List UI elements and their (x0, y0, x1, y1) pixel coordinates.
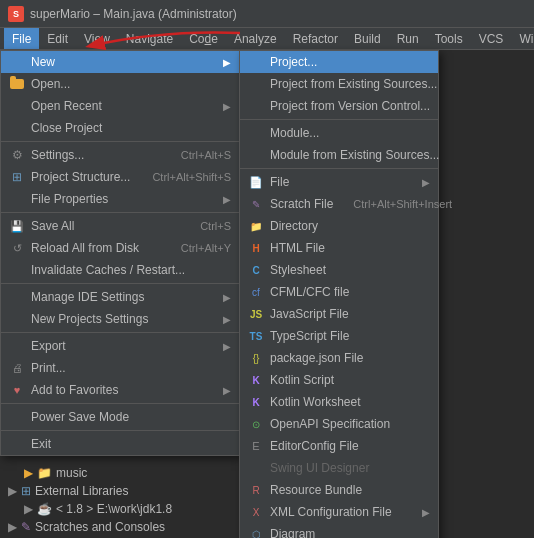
folder-icon (9, 76, 25, 92)
xml-icon: X (248, 504, 264, 520)
file-menu-reload[interactable]: ↺ Reload All from Disk Ctrl+Alt+Y (1, 237, 239, 259)
new-arrow: ▶ (223, 57, 231, 68)
file-submenu-arrow: ▶ (422, 177, 430, 188)
css-icon: C (248, 262, 264, 278)
menu-build[interactable]: Build (346, 28, 389, 49)
kt-worksheet-icon: K (248, 394, 264, 410)
file-menu-open[interactable]: Open... (1, 73, 239, 95)
external-libs-icon: ▶ (8, 484, 17, 498)
new-kotlin-script[interactable]: K Kotlin Script (240, 369, 438, 391)
scratch-icon: ✎ (248, 196, 264, 212)
scratches-icon: ▶ (8, 520, 17, 534)
new-directory[interactable]: 📁 Directory (240, 215, 438, 237)
divider-2 (1, 212, 239, 213)
menu-code[interactable]: Code (181, 28, 226, 49)
new-swing: Swing UI Designer (240, 457, 438, 479)
file-menu-new-projects[interactable]: New Projects Settings ▶ (1, 308, 239, 330)
rb-icon: R (248, 482, 264, 498)
new-editorconfig[interactable]: E EditorConfig File (240, 435, 438, 457)
file-menu-open-recent[interactable]: Open Recent ▶ (1, 95, 239, 117)
file-menu-file-properties[interactable]: File Properties ▶ (1, 188, 239, 210)
file-menu-save-all[interactable]: 💾 Save All Ctrl+S (1, 215, 239, 237)
save-icon: 💾 (9, 218, 25, 234)
menu-file[interactable]: File (4, 28, 39, 49)
menu-view[interactable]: View (76, 28, 118, 49)
new-xml-config[interactable]: X XML Configuration File ▶ (240, 501, 438, 523)
music-folder-img: 📁 (37, 466, 52, 480)
external-libs-img: ⊞ (21, 484, 31, 498)
new-project[interactable]: Project... (240, 51, 438, 73)
file-menu-exit[interactable]: Exit (1, 433, 239, 455)
project-vcs-icon (248, 98, 264, 114)
file-menu-print[interactable]: 🖨 Print... (1, 357, 239, 379)
file-menu-invalidate-caches[interactable]: Invalidate Caches / Restart... (1, 259, 239, 281)
swing-icon (248, 460, 264, 476)
menu-run[interactable]: Run (389, 28, 427, 49)
file-properties-icon (9, 191, 25, 207)
app-icon: S (8, 6, 24, 22)
pkg-icon: {} (248, 350, 264, 366)
close-project-icon (9, 120, 25, 136)
menu-tools[interactable]: Tools (427, 28, 471, 49)
file-menu-close-project[interactable]: Close Project (1, 117, 239, 139)
music-folder-icon: ▶ (24, 466, 33, 480)
ts-icon: TS (248, 328, 264, 344)
new-scratch[interactable]: ✎ Scratch File Ctrl+Alt+Shift+Insert (240, 193, 438, 215)
favorites-arrow: ▶ (223, 385, 231, 396)
new-stylesheet[interactable]: C Stylesheet (240, 259, 438, 281)
window-title: superMario – Main.java (Administrator) (30, 7, 237, 21)
new-pkg[interactable]: {} package.json File (240, 347, 438, 369)
file-menu-new[interactable]: New ▶ (1, 51, 239, 73)
new-project-existing[interactable]: Project from Existing Sources... (240, 73, 438, 95)
new-icon (9, 54, 25, 70)
new-submenu-dropdown: Project... Project from Existing Sources… (239, 50, 439, 538)
file-menu-manage-ide[interactable]: Manage IDE Settings ▶ (1, 286, 239, 308)
new-divider-2 (240, 168, 438, 169)
new-diagram[interactable]: ⬡ Diagram (240, 523, 438, 538)
manage-ide-arrow: ▶ (223, 292, 231, 303)
open-recent-icon (9, 98, 25, 114)
menu-refactor[interactable]: Refactor (285, 28, 346, 49)
jdk-icon: ☕ (37, 502, 52, 516)
project-icon (248, 54, 264, 70)
open-recent-arrow: ▶ (223, 101, 231, 112)
file-menu-power-save[interactable]: Power Save Mode (1, 406, 239, 428)
divider-4 (1, 332, 239, 333)
favorites-icon: ♥ (9, 382, 25, 398)
menu-edit[interactable]: Edit (39, 28, 76, 49)
menu-vcs[interactable]: VCS (471, 28, 512, 49)
menu-analyze[interactable]: Analyze (226, 28, 285, 49)
module-icon (248, 125, 264, 141)
file-menu-project-structure[interactable]: ⊞ Project Structure... Ctrl+Alt+Shift+S (1, 166, 239, 188)
new-file[interactable]: 📄 File ▶ (240, 171, 438, 193)
file-menu-favorites[interactable]: ♥ Add to Favorites ▶ (1, 379, 239, 401)
jdk-arrow-icon: ▶ (24, 502, 33, 516)
openapi-icon: ⊙ (248, 416, 264, 432)
menu-navigate[interactable]: Navigate (118, 28, 181, 49)
new-openapi[interactable]: ⊙ OpenAPI Specification (240, 413, 438, 435)
new-module-existing[interactable]: Module from Existing Sources... (240, 144, 438, 166)
file-menu-export[interactable]: Export ▶ (1, 335, 239, 357)
file-menu-settings[interactable]: ⚙ Settings... Ctrl+Alt+S (1, 144, 239, 166)
new-module[interactable]: Module... (240, 122, 438, 144)
cfml-icon: cf (248, 284, 264, 300)
new-projects-arrow: ▶ (223, 314, 231, 325)
module-existing-icon (248, 147, 264, 163)
new-cfml[interactable]: cf CFML/CFC file (240, 281, 438, 303)
xml-config-arrow: ▶ (422, 507, 430, 518)
new-project-vcs[interactable]: Project from Version Control... (240, 95, 438, 117)
new-divider-1 (240, 119, 438, 120)
new-js[interactable]: JS JavaScript File (240, 303, 438, 325)
reload-icon: ↺ (9, 240, 25, 256)
project-existing-icon (248, 76, 264, 92)
new-ts[interactable]: TS TypeScript File (240, 325, 438, 347)
invalidate-icon (9, 262, 25, 278)
new-kotlin-worksheet[interactable]: K Kotlin Worksheet (240, 391, 438, 413)
scratches-img: ✎ (21, 520, 31, 534)
menu-window[interactable]: Window (511, 28, 534, 49)
html-icon: H (248, 240, 264, 256)
divider-5 (1, 403, 239, 404)
new-resource-bundle[interactable]: R Resource Bundle (240, 479, 438, 501)
new-html[interactable]: H HTML File (240, 237, 438, 259)
file-icon: 📄 (248, 174, 264, 190)
